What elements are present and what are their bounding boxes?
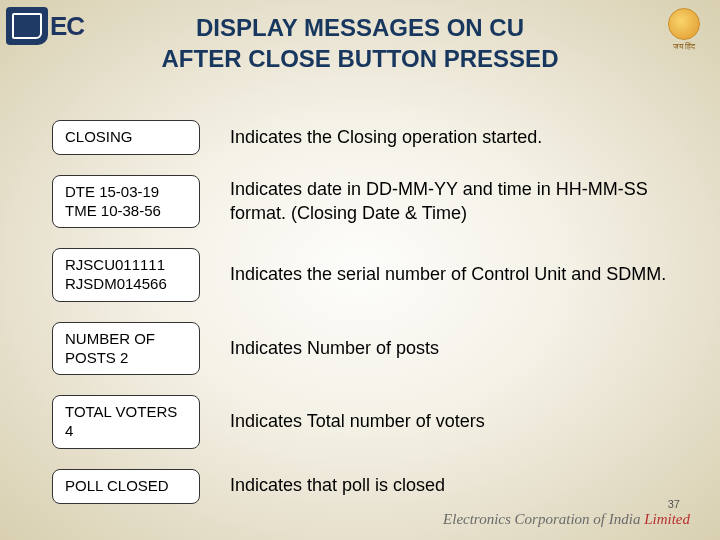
- display-box: POLL CLOSED: [52, 469, 200, 504]
- box-line-2: RJSDM014566: [65, 275, 187, 294]
- page-title: DISPLAY MESSAGES ON CU AFTER CLOSE BUTTO…: [0, 12, 720, 74]
- box-line-2: POSTS 2: [65, 349, 187, 368]
- display-box: TOTAL VOTERS 4: [52, 395, 200, 449]
- box-line-1: CLOSING: [65, 128, 187, 147]
- display-box: RJSCU011111 RJSDM014566: [52, 248, 200, 302]
- page-number: 37: [668, 498, 680, 510]
- display-box: DTE 15-03-19 TME 10-38-56: [52, 175, 200, 229]
- message-row: POLL CLOSED Indicates that poll is close…: [52, 469, 680, 504]
- description: Indicates that poll is closed: [230, 474, 680, 497]
- box-line-2: 4: [65, 422, 187, 441]
- box-line-1: DTE 15-03-19: [65, 183, 187, 202]
- description: Indicates Number of posts: [230, 337, 680, 360]
- footer-suffix: Limited: [644, 511, 690, 527]
- description: Indicates Total number of voters: [230, 410, 680, 433]
- box-line-1: NUMBER OF: [65, 330, 187, 349]
- box-line-1: POLL CLOSED: [65, 477, 187, 496]
- box-line-1: TOTAL VOTERS: [65, 403, 187, 422]
- title-line-2: AFTER CLOSE BUTTON PRESSED: [0, 43, 720, 74]
- message-row: RJSCU011111 RJSDM014566 Indicates the se…: [52, 248, 680, 302]
- message-row: TOTAL VOTERS 4 Indicates Total number of…: [52, 395, 680, 449]
- display-box: CLOSING: [52, 120, 200, 155]
- description: Indicates date in DD-MM-YY and time in H…: [230, 178, 680, 225]
- title-line-1: DISPLAY MESSAGES ON CU: [0, 12, 720, 43]
- footer-prefix: Electronics Corporation of India: [443, 511, 644, 527]
- message-row: NUMBER OF POSTS 2 Indicates Number of po…: [52, 322, 680, 376]
- box-line-1: RJSCU011111: [65, 256, 187, 275]
- message-rows: CLOSING Indicates the Closing operation …: [52, 120, 680, 524]
- message-row: DTE 15-03-19 TME 10-38-56 Indicates date…: [52, 175, 680, 229]
- description: Indicates the serial number of Control U…: [230, 263, 680, 286]
- description: Indicates the Closing operation started.: [230, 126, 680, 149]
- message-row: CLOSING Indicates the Closing operation …: [52, 120, 680, 155]
- footer-brand: Electronics Corporation of India Limited: [443, 511, 690, 528]
- display-box: NUMBER OF POSTS 2: [52, 322, 200, 376]
- box-line-2: TME 10-38-56: [65, 202, 187, 221]
